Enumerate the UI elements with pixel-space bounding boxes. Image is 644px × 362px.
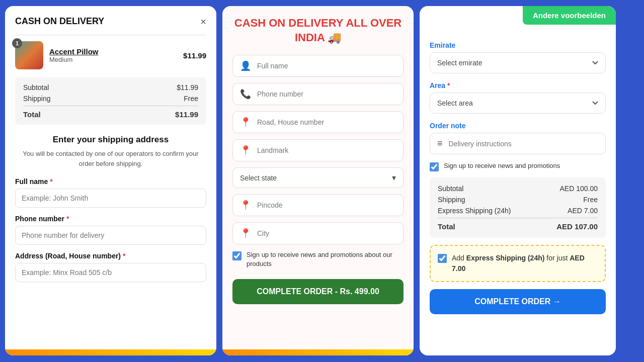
total-row: Total $11.99 bbox=[23, 106, 198, 119]
p3-newsletter-checkbox[interactable] bbox=[430, 162, 439, 171]
total-label: Total bbox=[23, 110, 41, 119]
p3-subtotal-label: Subtotal bbox=[438, 185, 463, 193]
state-select[interactable]: Select state bbox=[240, 174, 392, 182]
required-star: * bbox=[50, 177, 52, 186]
full-name-label: Full name * bbox=[15, 177, 206, 186]
total-value: $11.99 bbox=[175, 110, 198, 119]
address-input[interactable] bbox=[15, 263, 206, 282]
other-examples-banner: Andere voorbeelden bbox=[523, 6, 616, 25]
product-variant: Medium bbox=[49, 56, 177, 63]
subtotal-label: Subtotal bbox=[23, 83, 49, 92]
subtotal-value: $11.99 bbox=[177, 83, 198, 92]
product-price: $11.99 bbox=[183, 51, 206, 60]
p3-subtotal-value: AED 100.00 bbox=[560, 185, 598, 193]
area-select[interactable]: Select area bbox=[430, 93, 606, 114]
address-row: 📍 bbox=[232, 111, 404, 133]
p3-express-row: Express Shipping (24h) AED 7.00 bbox=[438, 207, 598, 215]
area-select-wrap: Select area bbox=[430, 93, 606, 122]
express-highlight: Express Shipping (24h) bbox=[466, 254, 545, 262]
phone-input[interactable] bbox=[15, 226, 206, 245]
panel-india-cod: CASH ON DELIVERY ALL OVER INDIA 🚚 👤 📞 📍 … bbox=[222, 6, 414, 355]
product-badge: 1 bbox=[12, 38, 22, 48]
product-name: Accent Pillow bbox=[49, 47, 177, 56]
phone-label: Phone number * bbox=[15, 215, 206, 223]
full-name-input-p2[interactable] bbox=[257, 62, 396, 70]
landmark-input[interactable] bbox=[257, 146, 396, 154]
required-star: * bbox=[66, 215, 69, 223]
panel-2-title: CASH ON DELIVERY ALL OVER INDIA 🚚 bbox=[232, 16, 404, 45]
person-icon: 👤 bbox=[240, 60, 251, 71]
shipping-value: Free bbox=[184, 95, 198, 103]
express-shipping-text: Add Express Shipping (24h) for just AED … bbox=[452, 253, 598, 274]
panel-1-header: CASH ON DELIVERY × bbox=[15, 16, 206, 27]
express-shipping-box: Add Express Shipping (24h) for just AED … bbox=[430, 245, 606, 282]
order-note-label: Order note bbox=[430, 122, 606, 130]
required-star: * bbox=[447, 81, 450, 89]
complete-order-button-blue[interactable]: COMPLETE ORDER → bbox=[430, 289, 606, 314]
p3-total-value: AED 107.00 bbox=[556, 222, 598, 231]
p3-subtotal-row: Subtotal AED 100.00 bbox=[438, 185, 598, 193]
complete-order-button[interactable]: COMPLETE ORDER - Rs. 499.00 bbox=[232, 279, 404, 304]
city-icon: 📍 bbox=[240, 228, 251, 239]
area-label: Area * bbox=[430, 81, 606, 89]
city-input[interactable] bbox=[257, 229, 396, 237]
chevron-down-icon: ▾ bbox=[392, 173, 396, 183]
phone-row: 📞 bbox=[232, 83, 404, 105]
product-image-wrap: 1 bbox=[15, 41, 43, 69]
newsletter-row: Sign up to receive news and promotions a… bbox=[232, 250, 404, 268]
pincode-row: 📍 bbox=[232, 194, 404, 216]
full-name-input[interactable] bbox=[15, 189, 206, 208]
divider bbox=[15, 35, 206, 35]
emirate-label: Emirate bbox=[430, 41, 606, 49]
p3-express-value: AED 7.00 bbox=[568, 207, 598, 215]
city-row: 📍 bbox=[232, 222, 404, 244]
landmark-icon: 📍 bbox=[240, 145, 251, 156]
location-icon: 📍 bbox=[240, 117, 251, 128]
phone-icon: 📞 bbox=[240, 88, 251, 100]
panel-cash-on-delivery: CASH ON DELIVERY × 1 Accent Pillow Mediu… bbox=[5, 6, 216, 355]
order-note-row: ≡ bbox=[430, 133, 606, 154]
express-shipping-checkbox[interactable] bbox=[438, 254, 447, 263]
panel-1-title: CASH ON DELIVERY bbox=[15, 16, 104, 27]
newsletter-label: Sign up to receive news and promotions a… bbox=[247, 250, 404, 268]
shipping-label: Shipping bbox=[23, 95, 51, 103]
p3-shipping-label: Shipping bbox=[438, 196, 465, 204]
required-star: * bbox=[123, 252, 125, 260]
summary-box: Subtotal $11.99 Shipping Free Total $11.… bbox=[15, 77, 206, 125]
p3-newsletter-row: Sign up to receive news and promotions bbox=[430, 161, 606, 171]
p3-shipping-value: Free bbox=[583, 196, 598, 204]
address-label: Address (Road, House number) * bbox=[15, 252, 206, 260]
emirate-select-wrap: Select emirate bbox=[430, 52, 606, 81]
panel-uae-checkout: Andere voorbeelden Emirate Select emirat… bbox=[420, 6, 616, 355]
close-button[interactable]: × bbox=[200, 17, 206, 27]
p3-total-label: Total bbox=[438, 222, 455, 231]
shipping-row: Shipping Free bbox=[23, 95, 198, 103]
landmark-row: 📍 bbox=[232, 139, 404, 161]
p3-total-row: Total AED 107.00 bbox=[438, 218, 598, 231]
p3-shipping-row: Shipping Free bbox=[438, 196, 598, 204]
lines-icon: ≡ bbox=[437, 138, 443, 149]
pincode-icon: 📍 bbox=[240, 200, 251, 211]
shipping-note: You will be contacted by one of our oper… bbox=[15, 149, 206, 168]
newsletter-checkbox[interactable] bbox=[232, 251, 242, 260]
product-row: 1 Accent Pillow Medium $11.99 bbox=[15, 41, 206, 69]
shipping-heading: Enter your shipping address bbox=[15, 135, 206, 145]
product-info: Accent Pillow Medium bbox=[49, 47, 177, 63]
delivery-instructions-input[interactable] bbox=[449, 140, 598, 148]
full-name-row: 👤 bbox=[232, 55, 404, 77]
pincode-input[interactable] bbox=[257, 201, 396, 209]
subtotal-row: Subtotal $11.99 bbox=[23, 83, 198, 92]
p3-express-label: Express Shipping (24h) bbox=[438, 207, 511, 215]
p3-newsletter-label: Sign up to receive news and promotions bbox=[444, 161, 560, 170]
state-row: Select state ▾ bbox=[232, 167, 404, 188]
address-input-p2[interactable] bbox=[257, 118, 396, 126]
phone-input-p2[interactable] bbox=[257, 90, 396, 98]
complete-order-label: COMPLETE ORDER → bbox=[474, 297, 561, 306]
emirate-select[interactable]: Select emirate bbox=[430, 52, 606, 73]
p3-summary-box: Subtotal AED 100.00 Shipping Free Expres… bbox=[430, 177, 606, 238]
